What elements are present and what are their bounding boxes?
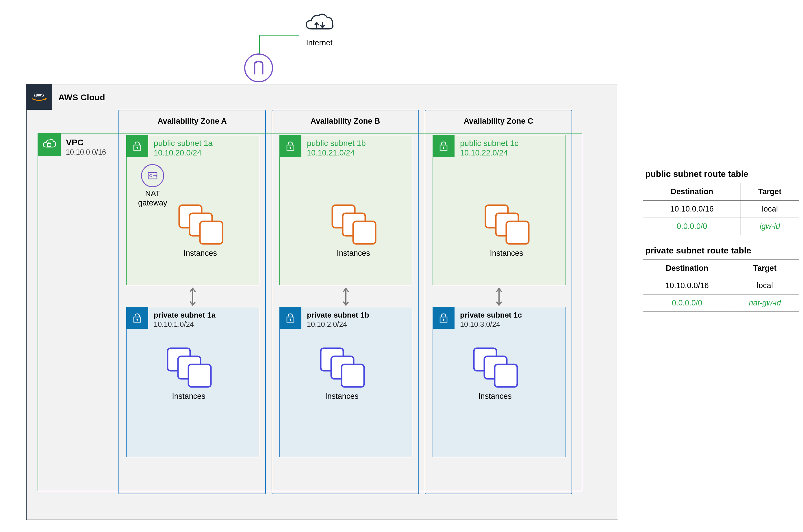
internet-label: Internet bbox=[303, 38, 335, 48]
public-route-table: Destination Target 10.10.0.0/16 local 0.… bbox=[643, 183, 799, 235]
private-route-table: Destination Target 10.10.0.0/16 local 0.… bbox=[643, 260, 799, 312]
lock-icon bbox=[126, 307, 148, 329]
subnet-cidr: 10.10.1.0/24 bbox=[154, 320, 215, 328]
subnet-cidr: 10.10.20.0/24 bbox=[154, 149, 213, 157]
table-row: 10.10.0.0/16 local bbox=[643, 277, 799, 294]
lock-icon bbox=[433, 135, 455, 157]
aws-logo-badge: aws bbox=[26, 84, 52, 110]
svg-rect-1 bbox=[47, 144, 51, 147]
instances-block: Instances bbox=[317, 345, 366, 401]
svg-rect-39 bbox=[495, 364, 517, 387]
nat-gateway-icon bbox=[141, 164, 164, 187]
cell-target: nat-gw-id bbox=[731, 294, 799, 312]
private-subnet-1c: private subnet 1c 10.10.3.0/24 Instances bbox=[433, 307, 566, 457]
instances-label: Instances bbox=[317, 392, 366, 401]
subnet-name: private subnet 1b bbox=[307, 311, 369, 320]
private-subnet-1a: private subnet 1a 10.10.1.0/24 Instances bbox=[126, 307, 259, 457]
bidirectional-arrow-icon bbox=[342, 287, 350, 307]
cell-dest: 10.10.0.0/16 bbox=[643, 277, 731, 294]
subnet-cidr: 10.10.21.0/24 bbox=[307, 149, 366, 157]
internet-block: Internet bbox=[303, 12, 335, 48]
vpc-icon bbox=[42, 137, 56, 152]
lock-icon bbox=[280, 307, 301, 329]
col-target: Target bbox=[731, 260, 799, 277]
subnet-name: private subnet 1a bbox=[154, 311, 215, 320]
private-subnet-1b: private subnet 1b 10.10.2.0/24 Instances bbox=[280, 307, 412, 457]
vpc-title: VPC bbox=[66, 137, 106, 147]
subnet-name: public subnet 1a bbox=[154, 139, 213, 148]
cell-dest: 0.0.0.0/0 bbox=[643, 294, 731, 312]
svg-rect-27 bbox=[342, 364, 364, 387]
svg-rect-33 bbox=[506, 221, 529, 244]
subnet-name: public subnet 1b bbox=[307, 139, 366, 148]
cell-dest: 0.0.0.0/0 bbox=[643, 218, 741, 235]
public-subnet-1c: public subnet 1c 10.10.22.0/24 Instances bbox=[433, 135, 566, 285]
svg-rect-15 bbox=[188, 364, 211, 387]
vpc-cidr: 10.10.0.0/16 bbox=[66, 148, 106, 156]
subnet-cidr: 10.10.3.0/24 bbox=[460, 320, 522, 328]
instances-icon bbox=[164, 345, 213, 388]
col-destination: Destination bbox=[643, 260, 731, 277]
table-row: 0.0.0.0/0 nat-gw-id bbox=[643, 294, 799, 312]
lock-icon bbox=[433, 307, 455, 329]
subnet-cidr: 10.10.2.0/24 bbox=[307, 320, 369, 328]
az-b-label: Availability Zone B bbox=[272, 110, 418, 126]
availability-zone-b: Availability Zone B public subnet 1b 10.… bbox=[272, 110, 419, 494]
instances-label: Instances bbox=[164, 392, 213, 401]
cell-target: local bbox=[731, 277, 799, 294]
col-target: Target bbox=[741, 183, 799, 201]
availability-zone-a: Availability Zone A public subnet 1a 10.… bbox=[118, 110, 266, 494]
cloud-icon bbox=[303, 12, 335, 35]
aws-cloud-label: AWS Cloud bbox=[58, 93, 105, 102]
instances-icon bbox=[329, 202, 378, 245]
igw-icon bbox=[244, 54, 273, 82]
subnet-name: private subnet 1c bbox=[460, 311, 522, 320]
bidirectional-arrow-icon bbox=[188, 287, 197, 307]
svg-text:aws: aws bbox=[34, 92, 44, 98]
svg-point-6 bbox=[150, 174, 152, 177]
table-row: 0.0.0.0/0 igw-id bbox=[643, 218, 799, 235]
instances-block: Instances bbox=[471, 345, 519, 401]
vpc-label-block: VPC 10.10.0.0/16 bbox=[66, 137, 106, 156]
instances-label: Instances bbox=[176, 249, 225, 258]
lock-icon bbox=[126, 135, 148, 157]
col-destination: Destination bbox=[643, 183, 741, 201]
svg-rect-9 bbox=[200, 221, 223, 244]
instances-label: Instances bbox=[482, 249, 531, 258]
az-a-label: Availability Zone A bbox=[119, 110, 265, 126]
cell-dest: 10.10.0.0/16 bbox=[643, 201, 741, 218]
cell-target: local bbox=[741, 201, 799, 218]
instances-block: Instances bbox=[164, 345, 213, 401]
public-subnet-1b: public subnet 1b 10.10.21.0/24 Instances bbox=[280, 135, 412, 285]
vpc-badge bbox=[38, 133, 61, 156]
subnet-name: public subnet 1c bbox=[460, 139, 518, 148]
instances-icon bbox=[482, 202, 531, 245]
public-subnet-1a: public subnet 1a 10.10.20.0/24 NAT gatew… bbox=[126, 135, 259, 285]
instances-label: Instances bbox=[329, 249, 378, 258]
nat-gateway-block: NAT gateway bbox=[138, 164, 167, 208]
instances-icon bbox=[176, 202, 225, 245]
instances-label: Instances bbox=[471, 392, 519, 401]
svg-rect-21 bbox=[353, 221, 376, 244]
cell-target: igw-id bbox=[741, 218, 799, 235]
table-row: 10.10.0.0/16 local bbox=[643, 201, 799, 218]
private-route-table-title: private subnet route table bbox=[645, 246, 799, 255]
instances-block: Instances bbox=[329, 202, 378, 258]
nat-label-2: gateway bbox=[138, 198, 167, 207]
instances-icon bbox=[317, 345, 366, 388]
aws-logo-icon: aws bbox=[30, 91, 49, 102]
instances-block: Instances bbox=[176, 202, 225, 258]
bidirectional-arrow-icon bbox=[495, 287, 503, 307]
az-c-label: Availability Zone C bbox=[425, 110, 572, 126]
route-tables: public subnet route table Destination Ta… bbox=[643, 169, 799, 312]
lock-icon bbox=[280, 135, 301, 157]
availability-zone-c: Availability Zone C public subnet 1c 10.… bbox=[425, 110, 572, 494]
instances-icon bbox=[471, 345, 519, 388]
diagram-canvas: Internet IGW aws AWS Cloud bbox=[9, 9, 803, 532]
nat-label-1: NAT bbox=[145, 189, 160, 198]
public-route-table-title: public subnet route table bbox=[645, 169, 799, 179]
instances-block: Instances bbox=[482, 202, 531, 258]
subnet-cidr: 10.10.22.0/24 bbox=[460, 149, 518, 157]
